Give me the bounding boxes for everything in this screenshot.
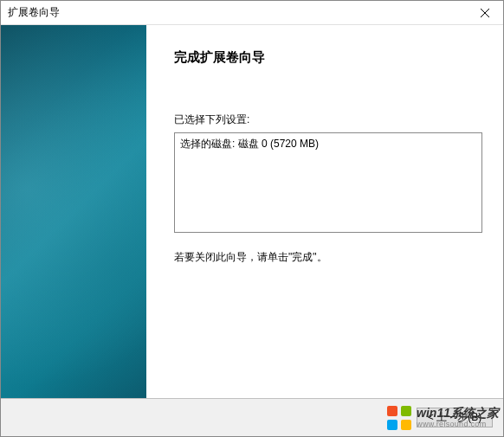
wizard-sidebar-image [1, 25, 146, 398]
button-bar: < 上一步(B) [1, 398, 503, 436]
back-button[interactable]: < 上一步(B) [417, 408, 493, 427]
main-panel: 完成扩展卷向导 已选择下列设置: 选择的磁盘: 磁盘 0 (5720 MB) 若… [146, 25, 503, 398]
window-title: 扩展卷向导 [8, 5, 60, 20]
settings-content: 选择的磁盘: 磁盘 0 (5720 MB) [180, 137, 476, 151]
settings-label: 已选择下列设置: [174, 112, 482, 127]
wizard-window: 扩展卷向导 完成扩展卷向导 已选择下列设置: 选择的磁盘: 磁盘 0 (5720… [0, 0, 504, 437]
wizard-heading: 完成扩展卷向导 [174, 49, 482, 66]
instruction-text: 若要关闭此向导，请单击"完成"。 [174, 250, 482, 265]
settings-summary-box: 选择的磁盘: 磁盘 0 (5720 MB) [174, 132, 482, 233]
titlebar: 扩展卷向导 [1, 1, 503, 25]
content-area: 完成扩展卷向导 已选择下列设置: 选择的磁盘: 磁盘 0 (5720 MB) 若… [1, 25, 503, 398]
close-button[interactable] [467, 1, 503, 25]
close-icon [481, 9, 489, 17]
